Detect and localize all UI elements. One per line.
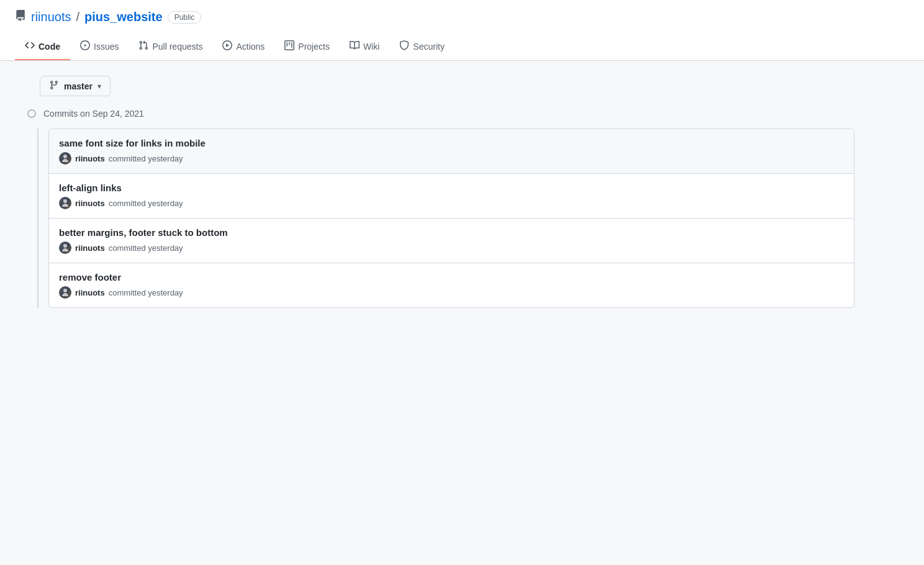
pull-requests-icon xyxy=(138,40,148,53)
tab-security[interactable]: Security xyxy=(389,34,455,60)
commit-time: committed yesterday xyxy=(109,243,183,253)
tab-pull-requests[interactable]: Pull requests xyxy=(129,34,212,60)
commits-list: same font size for links in mobile riinu… xyxy=(48,129,854,308)
repo-owner-link[interactable]: riinuots xyxy=(31,10,71,24)
repo-name-link[interactable]: pius_website xyxy=(84,10,163,24)
tab-issues[interactable]: Issues xyxy=(70,34,129,60)
tab-projects[interactable]: Projects xyxy=(274,34,340,60)
table-row: same font size for links in mobile riinu… xyxy=(49,129,854,174)
commits-section: Commits on Sep 24, 2021 same font size f… xyxy=(27,109,854,308)
commits-timeline: same font size for links in mobile riinu… xyxy=(27,129,854,308)
commit-dot-container xyxy=(27,109,36,118)
commit-author-name[interactable]: riinuots xyxy=(75,154,105,163)
commit-author-row: riinuots committed yesterday xyxy=(59,242,844,254)
commit-author-row: riinuots committed yesterday xyxy=(59,152,844,165)
repo-icon xyxy=(15,10,26,24)
table-row: left-align links riinuots committed yest… xyxy=(49,174,854,219)
commit-author-name[interactable]: riinuots xyxy=(75,288,105,297)
commits-date-row: Commits on Sep 24, 2021 xyxy=(27,109,854,119)
tab-actions[interactable]: Actions xyxy=(212,34,274,60)
commits-date-label: Commits on Sep 24, 2021 xyxy=(43,109,144,119)
avatar-image xyxy=(59,197,71,209)
security-icon xyxy=(399,40,409,53)
tab-wiki[interactable]: Wiki xyxy=(340,34,389,60)
branch-icon xyxy=(49,80,59,92)
commit-time: committed yesterday xyxy=(109,199,183,208)
tab-security-label: Security xyxy=(413,42,445,52)
commit-author-name[interactable]: riinuots xyxy=(75,243,105,253)
commit-message-link[interactable]: same font size for links in mobile xyxy=(59,138,844,148)
actions-icon xyxy=(222,40,232,53)
avatar xyxy=(59,286,71,299)
commit-author-row: riinuots committed yesterday xyxy=(59,286,844,299)
tab-code[interactable]: Code xyxy=(15,34,70,60)
avatar-image xyxy=(59,152,71,165)
projects-icon xyxy=(284,40,294,53)
wiki-icon xyxy=(350,40,360,53)
branch-selector-button[interactable]: master ▾ xyxy=(40,76,111,96)
tab-nav: Code Issues xyxy=(15,34,909,60)
page-header: riinuots / pius_website Public Code xyxy=(0,0,924,61)
repo-title-bar: riinuots / pius_website Public xyxy=(15,10,909,34)
tab-wiki-label: Wiki xyxy=(363,42,379,52)
table-row: remove footer riinuots committed yesterd… xyxy=(49,263,854,307)
avatar xyxy=(59,242,71,254)
branch-name-label: master xyxy=(64,81,93,91)
avatar xyxy=(59,152,71,165)
table-row: better margins, footer stuck to bottom r… xyxy=(49,219,854,263)
commit-time: committed yesterday xyxy=(109,154,183,163)
commit-message-link[interactable]: better margins, footer stuck to bottom xyxy=(59,227,844,238)
repo-separator: / xyxy=(76,10,79,24)
visibility-badge: Public xyxy=(168,11,202,24)
tab-projects-label: Projects xyxy=(298,42,330,52)
commit-message-link[interactable]: remove footer xyxy=(59,272,844,282)
chevron-down-icon: ▾ xyxy=(97,82,101,91)
commit-time: committed yesterday xyxy=(109,288,183,297)
code-icon xyxy=(25,40,35,53)
avatar-image xyxy=(59,242,71,254)
issues-icon xyxy=(80,40,90,53)
nav-tabs-list: Code Issues xyxy=(15,34,909,60)
tab-issues-label: Issues xyxy=(94,42,119,52)
tab-pull-requests-label: Pull requests xyxy=(152,42,202,52)
tab-actions-label: Actions xyxy=(236,42,265,52)
avatar-image xyxy=(59,286,71,299)
avatar xyxy=(59,197,71,209)
commit-timeline-dot xyxy=(27,109,36,118)
commit-author-name[interactable]: riinuots xyxy=(75,199,105,208)
commit-author-row: riinuots committed yesterday xyxy=(59,197,844,209)
timeline-line xyxy=(37,129,38,308)
tab-code-label: Code xyxy=(38,42,60,52)
main-content: master ▾ Commits on Sep 24, 2021 same fo… xyxy=(0,61,869,323)
commit-message-link[interactable]: left-align links xyxy=(59,183,844,193)
